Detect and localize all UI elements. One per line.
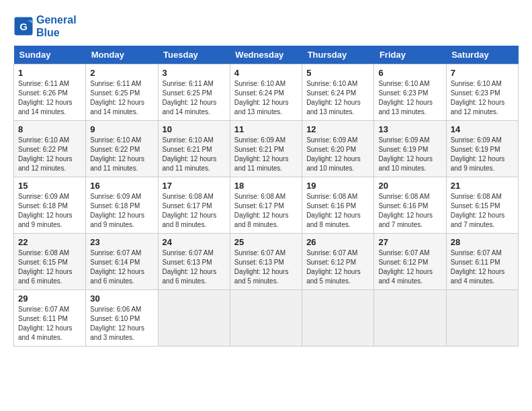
calendar-cell: 1Sunrise: 6:11 AMSunset: 6:26 PMDaylight…	[14, 64, 86, 121]
day-info: Sunrise: 6:07 AMSunset: 6:11 PMDaylight:…	[451, 248, 514, 286]
week-row-5: 29Sunrise: 6:07 AMSunset: 6:11 PMDayligh…	[14, 290, 519, 347]
logo-text: General Blue	[36, 13, 77, 39]
header-sunday: Sunday	[14, 46, 86, 64]
day-info: Sunrise: 6:07 AMSunset: 6:12 PMDaylight:…	[306, 248, 369, 286]
day-info: Sunrise: 6:08 AMSunset: 6:17 PMDaylight:…	[163, 192, 226, 230]
calendar-header-row: SundayMondayTuesdayWednesdayThursdayFrid…	[14, 46, 519, 64]
day-number: 30	[90, 293, 153, 304]
day-info: Sunrise: 6:07 AMSunset: 6:11 PMDaylight:…	[18, 305, 81, 342]
day-number: 19	[306, 181, 369, 191]
day-number: 22	[18, 237, 81, 247]
day-info: Sunrise: 6:09 AMSunset: 6:18 PMDaylight:…	[18, 192, 81, 230]
week-row-2: 8Sunrise: 6:10 AMSunset: 6:22 PMDaylight…	[14, 121, 519, 177]
header-wednesday: Wednesday	[230, 46, 302, 64]
day-info: Sunrise: 6:08 AMSunset: 6:17 PMDaylight:…	[234, 192, 298, 230]
day-number: 15	[18, 181, 81, 191]
calendar-cell	[158, 290, 230, 347]
day-number: 20	[378, 181, 441, 191]
day-number: 6	[378, 68, 441, 78]
calendar-cell: 5Sunrise: 6:10 AMSunset: 6:24 PMDaylight…	[302, 64, 374, 121]
calendar-cell: 16Sunrise: 6:09 AMSunset: 6:18 PMDayligh…	[86, 177, 158, 234]
day-info: Sunrise: 6:07 AMSunset: 6:13 PMDaylight:…	[234, 248, 298, 286]
header-monday: Monday	[86, 46, 158, 64]
day-info: Sunrise: 6:09 AMSunset: 6:19 PMDaylight:…	[378, 136, 441, 173]
calendar-cell	[230, 290, 302, 347]
calendar-cell: 13Sunrise: 6:09 AMSunset: 6:19 PMDayligh…	[374, 121, 446, 177]
day-info: Sunrise: 6:10 AMSunset: 6:24 PMDaylight:…	[306, 79, 369, 117]
day-info: Sunrise: 6:08 AMSunset: 6:15 PMDaylight:…	[18, 248, 81, 286]
calendar-cell: 19Sunrise: 6:08 AMSunset: 6:16 PMDayligh…	[302, 177, 374, 234]
day-number: 11	[234, 124, 298, 134]
day-number: 10	[163, 124, 226, 134]
day-info: Sunrise: 6:08 AMSunset: 6:15 PMDaylight:…	[451, 192, 514, 230]
calendar-cell: 21Sunrise: 6:08 AMSunset: 6:15 PMDayligh…	[446, 177, 518, 234]
header-thursday: Thursday	[302, 46, 374, 64]
day-info: Sunrise: 6:07 AMSunset: 6:13 PMDaylight:…	[163, 248, 226, 286]
day-number: 29	[18, 293, 81, 304]
day-info: Sunrise: 6:10 AMSunset: 6:22 PMDaylight:…	[18, 136, 81, 173]
day-number: 27	[378, 237, 441, 247]
calendar-cell: 29Sunrise: 6:07 AMSunset: 6:11 PMDayligh…	[14, 290, 86, 347]
header: G General Blue	[13, 13, 519, 39]
calendar-cell	[302, 290, 374, 347]
day-info: Sunrise: 6:08 AMSunset: 6:16 PMDaylight:…	[378, 192, 441, 230]
day-number: 7	[451, 68, 514, 78]
calendar-cell: 20Sunrise: 6:08 AMSunset: 6:16 PMDayligh…	[374, 177, 446, 234]
calendar-cell: 18Sunrise: 6:08 AMSunset: 6:17 PMDayligh…	[230, 177, 302, 234]
calendar-table: SundayMondayTuesdayWednesdayThursdayFrid…	[13, 46, 519, 347]
day-number: 24	[163, 237, 226, 247]
day-number: 14	[451, 124, 514, 134]
day-number: 16	[90, 181, 153, 191]
calendar-cell: 7Sunrise: 6:10 AMSunset: 6:23 PMDaylight…	[446, 64, 518, 121]
day-info: Sunrise: 6:10 AMSunset: 6:24 PMDaylight:…	[234, 79, 298, 117]
day-info: Sunrise: 6:11 AMSunset: 6:25 PMDaylight:…	[163, 79, 226, 117]
day-number: 2	[90, 68, 153, 78]
day-number: 23	[90, 237, 153, 247]
day-number: 9	[90, 124, 153, 134]
logo: G General Blue	[13, 13, 77, 39]
day-info: Sunrise: 6:11 AMSunset: 6:26 PMDaylight:…	[18, 79, 81, 117]
day-number: 8	[18, 124, 81, 134]
day-number: 4	[234, 68, 298, 78]
calendar-cell: 10Sunrise: 6:10 AMSunset: 6:21 PMDayligh…	[158, 121, 230, 177]
day-info: Sunrise: 6:10 AMSunset: 6:21 PMDaylight:…	[163, 136, 226, 173]
calendar-cell: 11Sunrise: 6:09 AMSunset: 6:21 PMDayligh…	[230, 121, 302, 177]
calendar-cell	[446, 290, 518, 347]
day-number: 21	[451, 181, 514, 191]
day-info: Sunrise: 6:10 AMSunset: 6:22 PMDaylight:…	[90, 136, 153, 173]
header-friday: Friday	[374, 46, 446, 64]
day-number: 25	[234, 237, 298, 247]
day-number: 26	[306, 237, 369, 247]
calendar-cell: 8Sunrise: 6:10 AMSunset: 6:22 PMDaylight…	[14, 121, 86, 177]
day-info: Sunrise: 6:09 AMSunset: 6:19 PMDaylight:…	[451, 136, 514, 173]
header-saturday: Saturday	[446, 46, 518, 64]
calendar-cell: 22Sunrise: 6:08 AMSunset: 6:15 PMDayligh…	[14, 234, 86, 290]
calendar-cell: 30Sunrise: 6:06 AMSunset: 6:10 PMDayligh…	[86, 290, 158, 347]
calendar-cell: 24Sunrise: 6:07 AMSunset: 6:13 PMDayligh…	[158, 234, 230, 290]
calendar-cell: 28Sunrise: 6:07 AMSunset: 6:11 PMDayligh…	[446, 234, 518, 290]
day-number: 3	[163, 68, 226, 78]
svg-text:G: G	[19, 21, 28, 32]
day-info: Sunrise: 6:08 AMSunset: 6:16 PMDaylight:…	[306, 192, 369, 230]
calendar-cell: 4Sunrise: 6:10 AMSunset: 6:24 PMDaylight…	[230, 64, 302, 121]
calendar-cell	[374, 290, 446, 347]
calendar-cell: 3Sunrise: 6:11 AMSunset: 6:25 PMDaylight…	[158, 64, 230, 121]
day-info: Sunrise: 6:09 AMSunset: 6:18 PMDaylight:…	[90, 192, 153, 230]
day-info: Sunrise: 6:07 AMSunset: 6:14 PMDaylight:…	[90, 248, 153, 286]
calendar-cell: 15Sunrise: 6:09 AMSunset: 6:18 PMDayligh…	[14, 177, 86, 234]
calendar-cell: 9Sunrise: 6:10 AMSunset: 6:22 PMDaylight…	[86, 121, 158, 177]
day-number: 13	[378, 124, 441, 134]
day-number: 17	[163, 181, 226, 191]
day-info: Sunrise: 6:09 AMSunset: 6:20 PMDaylight:…	[306, 136, 369, 173]
calendar-cell: 23Sunrise: 6:07 AMSunset: 6:14 PMDayligh…	[86, 234, 158, 290]
day-info: Sunrise: 6:10 AMSunset: 6:23 PMDaylight:…	[378, 79, 441, 117]
day-info: Sunrise: 6:07 AMSunset: 6:12 PMDaylight:…	[378, 248, 441, 286]
calendar-cell: 6Sunrise: 6:10 AMSunset: 6:23 PMDaylight…	[374, 64, 446, 121]
day-number: 1	[18, 68, 81, 78]
calendar-cell: 2Sunrise: 6:11 AMSunset: 6:25 PMDaylight…	[86, 64, 158, 121]
calendar-cell: 14Sunrise: 6:09 AMSunset: 6:19 PMDayligh…	[446, 121, 518, 177]
logo-icon: G	[13, 16, 34, 36]
day-info: Sunrise: 6:09 AMSunset: 6:21 PMDaylight:…	[234, 136, 298, 173]
week-row-4: 22Sunrise: 6:08 AMSunset: 6:15 PMDayligh…	[14, 234, 519, 290]
calendar-cell: 26Sunrise: 6:07 AMSunset: 6:12 PMDayligh…	[302, 234, 374, 290]
